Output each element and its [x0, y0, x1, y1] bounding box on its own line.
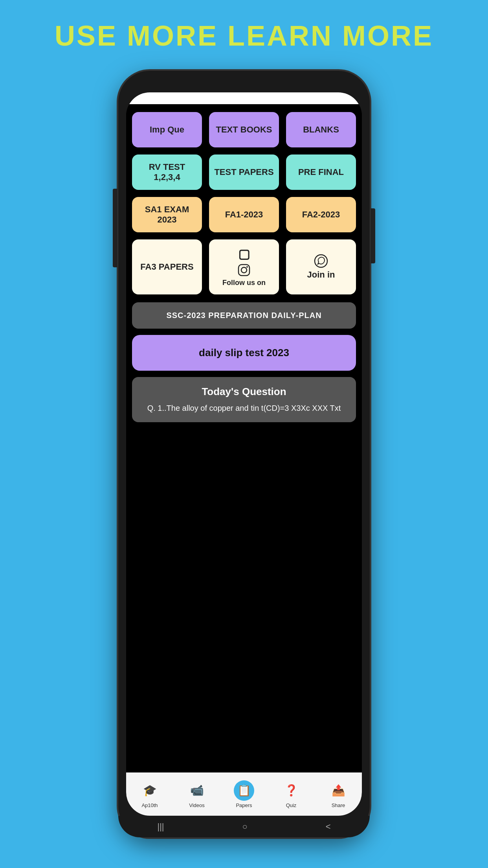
share-icon: 📤 — [328, 780, 349, 801]
recent-button[interactable]: < — [326, 822, 331, 832]
ap10th-icon: 🎓 — [139, 780, 160, 801]
page-title: USE MORE LEARN MORE — [0, 0, 488, 52]
nav-item-quiz[interactable]: ❓ Quiz — [268, 780, 315, 808]
pre-final-button[interactable]: PRE FINAL — [286, 154, 356, 190]
fa2-2023-button[interactable]: FA2-2023 — [286, 197, 356, 232]
nav-label-quiz: Quiz — [286, 802, 297, 808]
button-grid: Imp Que TEXT BOOKS BLANKS RV TEST 1,2,3,… — [126, 104, 362, 302]
sa1-exam-button[interactable]: SA1 EXAM 2023 — [132, 197, 202, 232]
phone-wrapper: Imp Que TEXT BOOKS BLANKS RV TEST 1,2,3,… — [118, 71, 370, 837]
papers-icon: 📋 — [234, 780, 254, 801]
screen-content: Imp Que TEXT BOOKS BLANKS RV TEST 1,2,3,… — [126, 92, 362, 816]
nav-item-papers[interactable]: 📋 Papers — [220, 780, 268, 808]
quiz-icon: ❓ — [281, 780, 301, 801]
question-text: Q. 1..The alloy of copper and tin t(CD)=… — [141, 403, 347, 414]
phone-hardware-bar: ||| ○ < — [118, 816, 370, 837]
nav-item-videos[interactable]: 📹 Videos — [173, 780, 220, 808]
instagram-icon: ▢ — [238, 246, 250, 261]
nav-label-videos: Videos — [189, 802, 205, 808]
nav-item-ap10th[interactable]: 🎓 Ap10th — [126, 780, 173, 808]
svg-point-3 — [315, 255, 327, 267]
ssc-preparation-button[interactable]: SSC-2023 PREPARATION DAILY-PLAN — [132, 302, 356, 329]
phone-outer: Imp Que TEXT BOOKS BLANKS RV TEST 1,2,3,… — [118, 71, 370, 837]
whatsapp-svg-icon — [314, 254, 328, 268]
nav-label-share: Share — [332, 802, 345, 808]
back-button[interactable]: ||| — [157, 822, 164, 832]
nav-label-papers: Papers — [236, 802, 252, 808]
svg-point-2 — [246, 266, 248, 268]
rv-test-button[interactable]: RV TEST 1,2,3,4 — [132, 154, 202, 190]
fa3-papers-button[interactable]: FA3 PAPERS — [132, 239, 202, 294]
test-papers-button[interactable]: TEST PAPERS — [209, 154, 279, 190]
top-bar — [126, 92, 362, 104]
question-card: Today's Question Q. 1..The alloy of copp… — [132, 377, 356, 422]
join-in-button[interactable]: Join in — [286, 239, 356, 294]
imp-que-button[interactable]: Imp Que — [132, 112, 202, 147]
nav-label-ap10th: Ap10th — [141, 802, 158, 808]
home-button[interactable]: ○ — [242, 822, 247, 832]
blanks-button[interactable]: BLANKS — [286, 112, 356, 147]
svg-point-1 — [241, 267, 247, 273]
svg-rect-0 — [238, 265, 250, 276]
bottom-navigation: 🎓 Ap10th 📹 Videos 📋 Papers ❓ Quiz — [126, 772, 362, 816]
fa1-2023-button[interactable]: FA1-2023 — [209, 197, 279, 232]
question-title: Today's Question — [141, 386, 347, 398]
instagram-svg-icon — [237, 263, 251, 277]
nav-item-share[interactable]: 📤 Share — [315, 780, 362, 808]
phone-screen: Imp Que TEXT BOOKS BLANKS RV TEST 1,2,3,… — [126, 92, 362, 816]
screen-scroll: Imp Que TEXT BOOKS BLANKS RV TEST 1,2,3,… — [126, 104, 362, 784]
text-books-button[interactable]: TEXT BOOKS — [209, 112, 279, 147]
follow-us-button[interactable]: ▢ Follow us on — [209, 239, 279, 294]
daily-slip-button[interactable]: daily slip test 2023 — [132, 335, 356, 371]
videos-icon: 📹 — [187, 780, 207, 801]
